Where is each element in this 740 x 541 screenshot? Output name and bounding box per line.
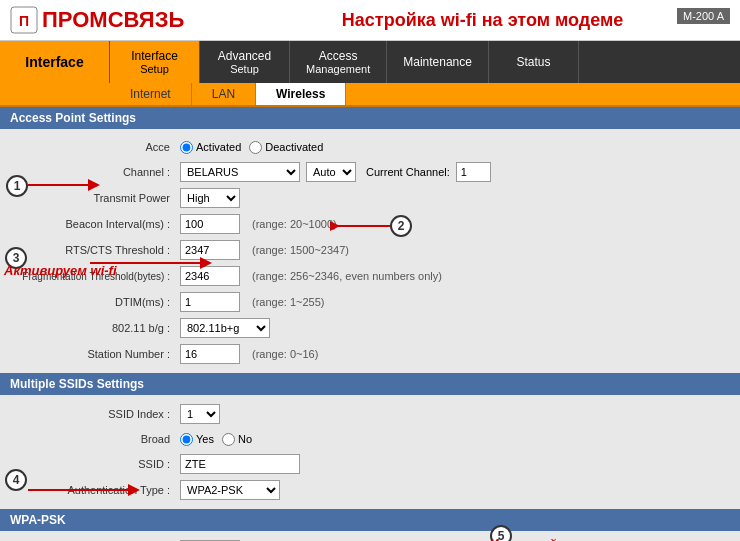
ssid-label: SSID : [10,458,180,470]
rts-row: RTS/CTS Threshold : (range: 1500~2347) [0,237,740,263]
wifi-mode-control: 802.11b+g [180,318,730,338]
station-label: Station Number : [10,348,180,360]
channel-label: Channel : [10,166,180,178]
station-control: (range: 0~16) [180,344,730,364]
station-input[interactable] [180,344,240,364]
frag-row: Fragmentation Threshold(bytes) : (range:… [0,263,740,289]
tab-interface-setup[interactable]: Interface Setup [110,41,200,83]
wpa-form: Encryption : TKIP [0,531,740,541]
rts-label: RTS/CTS Threshold : [10,244,180,256]
nav-tabs: Interface Interface Setup Advanced Setup… [0,41,740,83]
beacon-input[interactable] [180,214,240,234]
broadcast-no-radio[interactable]: No [222,433,252,446]
rts-input[interactable] [180,240,240,260]
channel-row: Channel : BELARUS Auto Current Channel: [0,159,740,185]
tab-access-management[interactable]: Access Management [290,41,387,83]
tab-advanced-setup[interactable]: Advanced Setup [200,41,290,83]
broadcast-control: Yes No [180,433,730,446]
auth-type-control: WPA2-PSK [180,480,730,500]
ssid-input[interactable] [180,454,300,474]
logo: П ПРОМСВЯЗЬ [10,6,184,34]
logo-icon: П [10,6,38,34]
sub-tab-lan[interactable]: LAN [192,83,256,105]
tab-maintenance[interactable]: Maintenance [387,41,489,83]
access-point-section-header: Access Point Settings [0,107,740,129]
ssid-index-control: 1 [180,404,730,424]
rts-control: (range: 1500~2347) [180,240,730,260]
beacon-control: (range: 20~1000) [180,214,730,234]
channel-select[interactable]: BELARUS [180,162,300,182]
dtim-control: (range: 1~255) [180,292,730,312]
ssid-control [180,454,730,474]
ssid-index-select[interactable]: 1 [180,404,220,424]
auth-type-row: Authentication Type : WPA2-PSK [0,477,740,503]
transmit-power-row: Transmit Power High [0,185,740,211]
broadcast-row: Broad Yes No [0,427,740,451]
ssid-row: SSID : [0,451,740,477]
model-badge: M-200 A [677,8,730,24]
frag-control: (range: 256~2346, even numbers only) [180,266,730,286]
deactivated-radio[interactable]: Deactivated [249,141,323,154]
acce-label: Acce [10,141,180,153]
header: П ПРОМСВЯЗЬ Настройка wi-fi на этом моде… [0,0,740,41]
sub-nav: Internet LAN Wireless [0,83,740,107]
channel-control: BELARUS Auto Current Channel: [180,162,730,182]
station-row: Station Number : (range: 0~16) [0,341,740,367]
svg-text:П: П [19,13,29,29]
beacon-row: Beacon Interval(ms) : (range: 20~1000) [0,211,740,237]
transmit-power-select[interactable]: High [180,188,240,208]
sub-tab-wireless[interactable]: Wireless [256,83,346,105]
wifi-mode-label: 802.11 b/g : [10,322,180,334]
current-channel-input[interactable] [456,162,491,182]
encryption-row: Encryption : TKIP [0,537,740,541]
transmit-power-control: High [180,188,730,208]
broadcast-label: Broad [10,433,180,445]
auth-type-select[interactable]: WPA2-PSK [180,480,280,500]
wifi-mode-row: 802.11 b/g : 802.11b+g [0,315,740,341]
frag-label: Fragmentation Threshold(bytes) : [10,271,180,282]
wifi-mode-select[interactable]: 802.11b+g [180,318,270,338]
auth-type-label: Authentication Type : [10,484,180,496]
ssid-index-row: SSID Index : 1 [0,401,740,427]
ssid-section-header: Multiple SSIDs Settings [0,373,740,395]
acce-row: Acce Activated Deactivated [0,135,740,159]
sub-tab-internet[interactable]: Internet [110,83,192,105]
dtim-row: DTIM(ms) : (range: 1~255) [0,289,740,315]
wpa-section-header: WPA-PSK [0,509,740,531]
frag-input[interactable] [180,266,240,286]
acce-control: Activated Deactivated [180,141,730,154]
activated-radio[interactable]: Activated [180,141,241,154]
dtim-label: DTIM(ms) : [10,296,180,308]
channel-auto-select[interactable]: Auto [306,162,356,182]
access-point-form: Acce Activated Deactivated Channel : BEL… [0,129,740,373]
header-title: Настройка wi-fi на этом модеме [342,10,624,31]
main-content: Access Point Settings Acce Activated Dea… [0,107,740,541]
ssid-index-label: SSID Index : [10,408,180,420]
tab-status[interactable]: Status [489,41,579,83]
broadcast-yes-radio[interactable]: Yes [180,433,214,446]
ssid-form: SSID Index : 1 Broad Yes No [0,395,740,509]
dtim-input[interactable] [180,292,240,312]
transmit-power-label: Transmit Power [10,192,180,204]
beacon-label: Beacon Interval(ms) : [10,218,180,230]
tab-interface[interactable]: Interface [0,41,110,83]
